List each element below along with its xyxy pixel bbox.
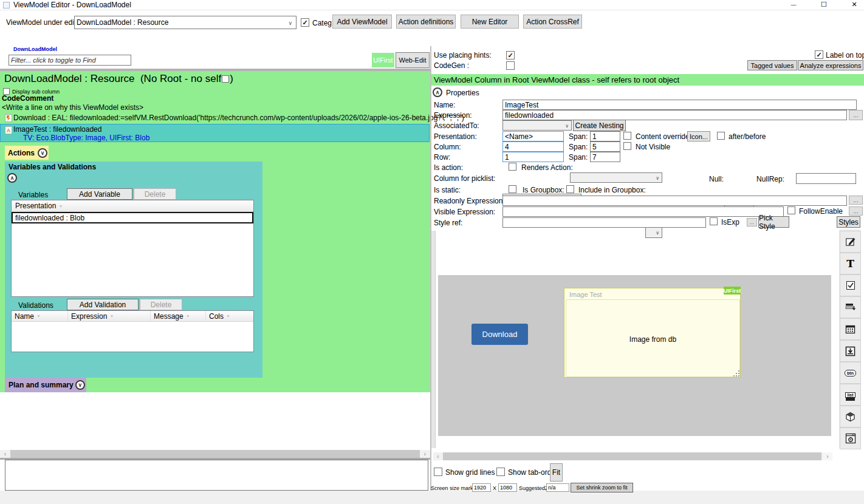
- close-button[interactable]: ✕: [846, 0, 863, 9]
- button-control-icon[interactable]: btn: [840, 362, 861, 384]
- new-editor-button[interactable]: New Editor: [461, 15, 519, 29]
- show-tab-order-checkbox[interactable]: [496, 468, 505, 476]
- left-log-box[interactable]: [5, 460, 428, 491]
- span1-input[interactable]: 1: [590, 131, 620, 141]
- not-visible-checkbox[interactable]: [623, 142, 631, 150]
- renders-action-combo[interactable]: ∨: [570, 172, 662, 183]
- set-shrink-zoom-button[interactable]: Set shrink zoom to fit: [571, 483, 633, 492]
- is-action-checkbox[interactable]: [509, 163, 516, 171]
- presentation-input[interactable]: <Name>: [502, 131, 564, 141]
- categ-checkbox[interactable]: ✓: [301, 18, 309, 27]
- viewmodel-combo[interactable]: DownLoadModel : Resource ∨: [74, 16, 297, 29]
- expression-input[interactable]: filedownloaded: [502, 110, 847, 120]
- right-hscrollbar[interactable]: ‹ ›: [433, 452, 832, 460]
- calendar-control-icon[interactable]: [840, 318, 861, 340]
- preview-download-button[interactable]: Download: [471, 324, 528, 345]
- scroll-left-icon[interactable]: ‹: [433, 452, 443, 460]
- style-ref-input[interactable]: [502, 217, 706, 228]
- add-validation-button[interactable]: Add Validation: [67, 299, 139, 310]
- maximize-button[interactable]: ☐: [815, 0, 832, 9]
- plan-summary-expand-icon[interactable]: ∨: [75, 380, 85, 390]
- object-cube-icon[interactable]: [840, 406, 861, 427]
- no-self-checkbox[interactable]: [222, 75, 229, 83]
- left-hscrollbar-thumb[interactable]: [10, 450, 420, 458]
- delete-variable-button[interactable]: Delete: [134, 188, 176, 200]
- properties-collapse-icon[interactable]: ∧: [433, 87, 442, 97]
- scroll-right-icon[interactable]: ›: [420, 450, 430, 458]
- name-input[interactable]: ImageTest: [502, 100, 857, 110]
- marker-width-input[interactable]: 1920: [472, 483, 491, 492]
- row-input[interactable]: 1: [502, 152, 564, 162]
- styles-button[interactable]: Styles: [837, 216, 860, 228]
- validations-grid[interactable]: Name ▼ Expression ▼ Message ▼ Cols ▼: [11, 310, 254, 352]
- model-link[interactable]: DownLoadModel: [13, 46, 57, 52]
- tagged-values-button[interactable]: Tagged values: [747, 60, 797, 70]
- window-settings-icon[interactable]: [840, 427, 861, 449]
- scroll-right-icon[interactable]: ›: [823, 452, 832, 460]
- edit-control-icon[interactable]: [840, 231, 861, 253]
- span3-input[interactable]: 7: [590, 152, 620, 162]
- filter-icon[interactable]: ▼: [186, 314, 190, 318]
- expression-ellipsis-button[interactable]: ...: [849, 110, 863, 120]
- span2-input[interactable]: 5: [590, 141, 620, 152]
- show-grid-lines-checkbox[interactable]: [434, 468, 442, 476]
- checkbox-control-icon[interactable]: [840, 274, 861, 296]
- codegen-checkbox[interactable]: [506, 61, 515, 70]
- filter-icon[interactable]: ▼: [36, 314, 41, 318]
- plan-summary-section-header[interactable]: Plan and summary ∨: [5, 378, 86, 392]
- list-control-icon[interactable]: list: [840, 384, 861, 406]
- column-header-name[interactable]: Name ▼: [12, 311, 68, 321]
- uifirst-chip[interactable]: UIFirst: [372, 53, 394, 67]
- associatedto-combo[interactable]: ∨: [502, 120, 572, 131]
- preview-image-control[interactable]: Image Test Image from db: [564, 288, 741, 378]
- column-header-message[interactable]: Message ▼: [151, 311, 206, 321]
- variables-list[interactable]: Presentation ▼ filedownloaded : Blob: [11, 200, 254, 297]
- readonly-ellipsis-button[interactable]: ...: [849, 196, 863, 205]
- isexp-checkbox[interactable]: [710, 217, 718, 225]
- analyze-expressions-button[interactable]: Analyze expressions: [798, 60, 863, 70]
- column-header-expression[interactable]: Expression ▼: [68, 311, 151, 321]
- combobox-control-icon[interactable]: [840, 296, 861, 318]
- actions-section-header[interactable]: Actions ∨: [5, 146, 49, 160]
- filter-icon[interactable]: ▼: [109, 314, 114, 318]
- add-viewmodel-button[interactable]: Add ViewModel: [332, 15, 392, 29]
- style-ellipsis-button[interactable]: ...: [747, 218, 757, 226]
- visible-expression-input[interactable]: [502, 206, 784, 217]
- is-static-checkbox[interactable]: [509, 185, 516, 193]
- left-hscrollbar[interactable]: ‹ ›: [0, 450, 430, 458]
- action-crossref-button[interactable]: Action CrossRef: [523, 15, 582, 29]
- minimize-button[interactable]: —: [785, 0, 802, 9]
- web-edit-button[interactable]: Web-Edit: [396, 52, 430, 68]
- readonly-expression-input[interactable]: [502, 196, 847, 206]
- create-nesting-button[interactable]: Create Nesting: [573, 120, 626, 131]
- marker-height-input[interactable]: 1080: [498, 483, 517, 492]
- action-definitions-button[interactable]: Action definitions: [396, 15, 456, 29]
- tree-row-download[interactable]: Download : EAL: filedownloaded:=selfVM.R…: [13, 114, 464, 122]
- after-before-checkbox[interactable]: [717, 132, 725, 140]
- image-control-icon[interactable]: [840, 340, 861, 362]
- preview-vscrollbar[interactable]: [431, 231, 436, 448]
- is-groupbox-checkbox[interactable]: [566, 185, 574, 193]
- right-hscrollbar-thumb[interactable]: [443, 452, 821, 460]
- column-header-cols[interactable]: Cols ▼: [206, 311, 253, 321]
- fit-button[interactable]: Fit: [550, 463, 563, 482]
- variables-collapse-icon[interactable]: ∧: [7, 173, 17, 183]
- actions-expand-icon[interactable]: ∨: [38, 148, 47, 158]
- filter-input[interactable]: Filter... click to toggle to Find: [9, 55, 131, 66]
- nullrep-input[interactable]: [796, 173, 856, 184]
- resize-grip-icon[interactable]: [738, 375, 739, 376]
- filter-icon[interactable]: ▼: [58, 204, 63, 208]
- validations-grid-header[interactable]: Name ▼ Expression ▼ Message ▼ Cols ▼: [12, 311, 253, 322]
- use-placing-hints-checkbox[interactable]: ✓: [506, 51, 515, 60]
- delete-validation-button[interactable]: Delete: [140, 299, 182, 310]
- code-comment-text[interactable]: <Write a line on why this ViewModel exis…: [2, 103, 143, 112]
- column-input[interactable]: 4: [502, 141, 564, 152]
- include-in-groupbox-combo[interactable]: ∨: [645, 227, 662, 238]
- filter-icon[interactable]: ▼: [226, 314, 230, 318]
- pick-style-button[interactable]: Pick Style: [758, 216, 789, 228]
- variables-list-header[interactable]: Presentation ▼: [12, 200, 253, 212]
- label-on-top-checkbox[interactable]: ✓: [815, 50, 823, 59]
- text-control-icon[interactable]: T: [840, 253, 861, 274]
- visible-ellipsis-button[interactable]: ...: [849, 206, 863, 216]
- icon-button[interactable]: Icon...: [687, 131, 710, 141]
